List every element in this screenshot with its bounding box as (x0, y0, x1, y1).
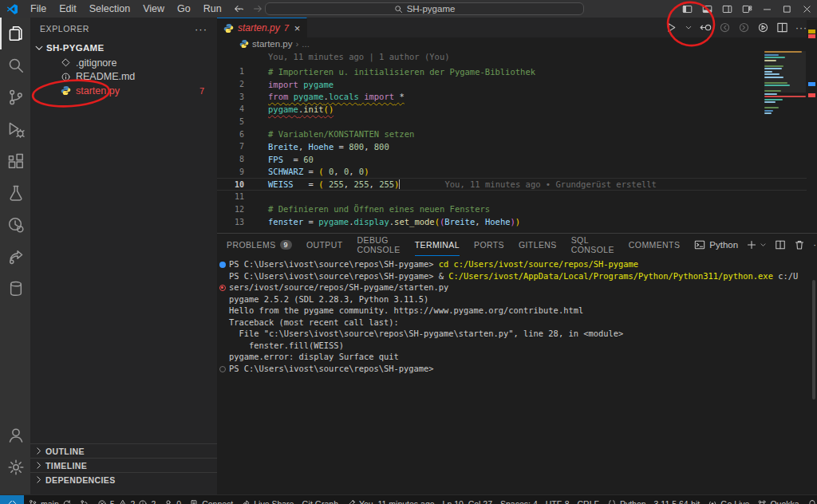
line-number: 9 (217, 167, 244, 176)
activity-live-share[interactable] (0, 241, 30, 273)
layout-grid-button[interactable] (737, 0, 757, 18)
code-text: # Definieren und Öffnen eines neuen Fens… (268, 204, 490, 214)
terminal-scrollbar[interactable] (812, 280, 815, 400)
menu-item-file[interactable]: File (24, 0, 53, 18)
breadcrumb-file[interactable]: starten.py (252, 39, 293, 49)
run-python-file-button[interactable] (665, 22, 677, 33)
gitlens-authors-lens[interactable]: You, 11 minutes ago | 1 author (You) (217, 50, 817, 63)
status-quokka[interactable]: Quokka (753, 495, 803, 504)
file-item-README-md[interactable]: README.md (30, 70, 217, 85)
problems-count-badge: 9 (280, 240, 292, 250)
layout-sidebar-left-button[interactable] (677, 0, 697, 18)
minimize-button[interactable] (757, 0, 777, 18)
status-go-live[interactable]: Go Live (704, 495, 753, 504)
activity-search[interactable] (0, 49, 30, 81)
token: , (475, 217, 485, 226)
panel-more-actions-icon[interactable]: ··· (813, 240, 817, 250)
status-indentation[interactable]: Spaces: 4 (496, 495, 542, 504)
overview-ruler[interactable] (807, 20, 817, 215)
status-language-mode[interactable]: Python (603, 495, 650, 504)
status-compare-changes[interactable] (76, 495, 93, 504)
status-liveshare-participants[interactable]: 0 (160, 495, 185, 504)
panel-tab-problems[interactable]: PROBLEMS9 (227, 234, 292, 256)
section-timeline[interactable]: TIMELINE (30, 458, 217, 472)
kill-terminal-icon[interactable] (794, 239, 805, 250)
token: WEISS (268, 179, 294, 189)
activity-sql-database[interactable] (0, 273, 30, 305)
minimap-line (764, 110, 773, 112)
breadcrumb[interactable]: starten.py › ... (217, 37, 817, 50)
menu-item-view[interactable]: View (136, 0, 171, 18)
layout-sidebar-right-button[interactable] (717, 0, 737, 18)
tab-starten-py[interactable]: starten.py 7 × (217, 18, 307, 37)
menu-item-run[interactable]: Run (197, 0, 228, 18)
status-problems-summary[interactable]: 522 (93, 495, 160, 504)
status-gitlens-blame[interactable]: You, 11 minutes ago (342, 495, 439, 504)
line-number: 8 (217, 155, 244, 163)
panel-tab-terminal[interactable]: TERMINAL (415, 234, 460, 256)
panel-tab-output[interactable]: OUTPUT (306, 234, 343, 256)
activity-run-and-debug[interactable] (0, 113, 30, 145)
status-sql-connect[interactable]: Connect (185, 495, 237, 504)
section-dependencies[interactable]: DEPENDENCIES (30, 472, 217, 486)
status-notifications[interactable] (803, 495, 817, 504)
file-item--gitignore[interactable]: .gitignore (30, 56, 217, 70)
status-branch-status[interactable]: main (24, 495, 76, 504)
status-live-share[interactable]: Live Share (237, 495, 298, 504)
next-change-icon[interactable] (738, 22, 750, 33)
panel-tab-sql-console[interactable]: SQL CONSOLE (571, 234, 614, 256)
activity-gitlens[interactable] (0, 209, 30, 241)
folder-root[interactable]: SH-PYGAME (30, 40, 217, 56)
more-editor-actions-icon[interactable]: ··· (795, 22, 807, 33)
code-editor[interactable]: 1# Importieren u. initialisieren der Pyg… (217, 63, 817, 228)
panel-tab-debug-console[interactable]: DEBUG CONSOLE (357, 234, 401, 256)
status-eol[interactable]: CRLF (573, 495, 602, 504)
terminal-output[interactable]: PS C:\Users\ivost\source\repos\SH-pygame… (217, 256, 817, 375)
close-button[interactable] (797, 0, 817, 18)
explorer-more-actions[interactable]: ··· (195, 23, 207, 35)
status-encoding[interactable]: UTF-8 (542, 495, 574, 504)
open-file-icon[interactable] (757, 22, 769, 33)
activity-extensions[interactable] (0, 145, 30, 177)
menu-item-edit[interactable]: Edit (53, 0, 83, 18)
previous-change-icon[interactable] (719, 22, 731, 33)
open-changes-icon[interactable] (700, 22, 712, 33)
status-git-graph[interactable]: Git Graph (298, 495, 342, 504)
activity-accounts[interactable] (0, 419, 30, 451)
layout-panel-button[interactable] (697, 0, 717, 18)
activity-settings[interactable] (0, 451, 30, 483)
token: pygame (268, 104, 298, 114)
back-arrow-icon[interactable] (233, 3, 244, 14)
activity-testing[interactable] (0, 177, 30, 209)
panel-tab-ports[interactable]: PORTS (474, 234, 504, 256)
token: , (369, 179, 379, 189)
code-line-10: 10WEISS = ( 255, 255, 255)You, 11 minute… (217, 178, 817, 191)
minimap[interactable] (764, 51, 806, 123)
maximize-button[interactable] (777, 0, 797, 18)
terminal-profile-dropdown-icon[interactable] (760, 239, 767, 250)
activity-explorer[interactable] (0, 18, 30, 49)
forward-arrow-icon[interactable] (252, 3, 263, 14)
file-item-starten-py[interactable]: starten.py7 (30, 84, 217, 98)
split-terminal-icon[interactable] (775, 239, 786, 250)
section-outline[interactable]: OUTLINE (30, 443, 217, 458)
panel-tab-comments[interactable]: COMMENTS (629, 234, 680, 256)
menu-item-go[interactable]: Go (171, 0, 197, 18)
status-python-interpreter[interactable]: 3.11.5 64-bit (650, 495, 705, 504)
panel-actions: Python ··· (694, 239, 817, 250)
activity-source-control[interactable] (0, 81, 30, 113)
breadcrumb-symbol[interactable]: ... (302, 39, 310, 49)
remote-indicator[interactable] (0, 495, 24, 504)
new-terminal-icon[interactable] (746, 239, 757, 250)
menu-item-selection[interactable]: Selection (83, 0, 136, 18)
tab-close-icon[interactable]: × (294, 23, 301, 33)
layout-panel-icon (702, 4, 712, 14)
status-cursor-position[interactable]: Ln 10, Col 27 (439, 495, 496, 504)
split-editor-icon[interactable] (776, 22, 788, 33)
token: = (334, 142, 349, 152)
terminal-profile-label[interactable]: Python (709, 240, 738, 250)
command-center-search[interactable]: SH-pygame (265, 2, 584, 15)
panel-tab-gitlens[interactable]: GITLENS (519, 234, 557, 256)
terminal-token: Hello from the pygame community. https:/… (229, 305, 583, 315)
run-dropdown-icon[interactable] (685, 22, 693, 33)
